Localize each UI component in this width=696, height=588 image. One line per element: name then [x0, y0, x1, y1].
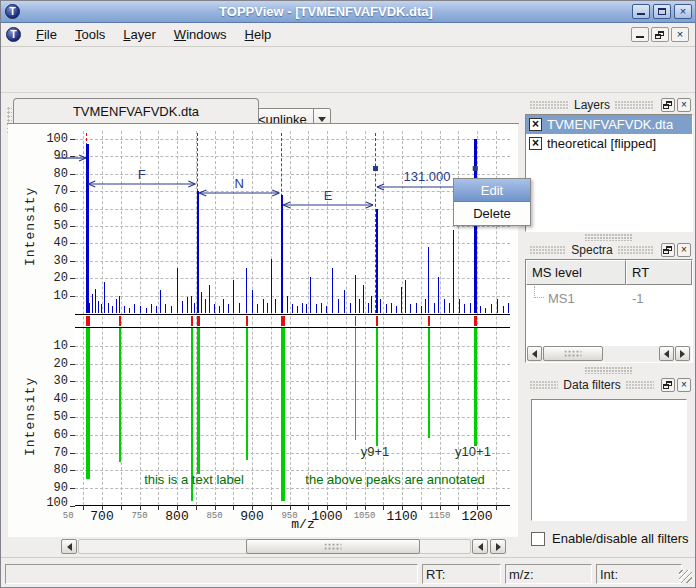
matched-peak-tick — [376, 316, 378, 326]
dock-float-button[interactable] — [661, 378, 675, 392]
axis-tick — [308, 505, 309, 510]
axis-tick-label: 50 — [63, 511, 74, 521]
dock-close-button[interactable]: × — [677, 378, 691, 392]
spectra-scrollbar[interactable] — [527, 346, 691, 362]
scroll-left-button[interactable] — [61, 539, 77, 554]
status-message-field — [5, 564, 418, 584]
menu-tools[interactable]: Tools — [66, 24, 114, 45]
peak-line — [92, 294, 93, 313]
layer-row[interactable]: ×theoretical [flipped] — [526, 134, 692, 153]
scrollbar-thumb[interactable] — [246, 539, 420, 554]
menu-file[interactable]: File — [27, 24, 66, 45]
spectra-row-rt[interactable]: -1 — [632, 291, 644, 306]
peak-line — [201, 292, 202, 313]
distance-annotation-label[interactable]: N — [235, 176, 244, 191]
axis-tick-label: 900 — [240, 509, 263, 524]
layer-row[interactable]: ×TVMENFVAFVDK.dta — [526, 115, 692, 134]
annotation-text[interactable]: y10+1 — [455, 444, 491, 459]
dock-float-button[interactable] — [661, 243, 675, 257]
axis-tick — [70, 174, 75, 175]
axis-tick-label: 750 — [131, 511, 147, 521]
layers-list[interactable]: ×TVMENFVAFVDK.dta×theoretical [flipped] — [525, 114, 693, 232]
axis-tick-label: 1150 — [429, 511, 451, 521]
grid-line — [75, 435, 510, 436]
peak-line — [239, 303, 240, 313]
axis-tick — [70, 506, 75, 507]
resize-grip[interactable] — [679, 570, 692, 583]
mdi-restore-button[interactable] — [651, 27, 669, 42]
annotation-text[interactable]: y9+1 — [361, 444, 390, 459]
window-minimize-button[interactable] — [632, 4, 650, 19]
dock-close-button[interactable]: × — [677, 243, 691, 257]
distance-annotation-label[interactable]: F — [138, 167, 146, 182]
layers-dock-titlebar[interactable]: Layers × — [525, 96, 693, 114]
peak-line — [281, 195, 283, 313]
mirror-separator-line — [75, 327, 510, 328]
spectrum-canvas[interactable]: 1009080706050403020101020304050607080901… — [8, 124, 518, 537]
spectra-table[interactable]: MS level RT MS1 -1 — [525, 259, 693, 363]
peak-line — [464, 304, 465, 313]
annotation-text[interactable]: the above peaks are annotated — [305, 472, 484, 487]
data-filters-dock-title: Data filters — [563, 378, 620, 392]
grid-line — [346, 131, 347, 505]
grid-line — [102, 131, 103, 505]
mdi-minimize-button[interactable] — [631, 27, 649, 42]
layer-checkbox[interactable]: × — [529, 118, 542, 131]
horizontal-scrollbar[interactable] — [61, 539, 507, 555]
distance-annotation-label[interactable]: E — [324, 188, 333, 203]
layer-label: theoretical [flipped] — [547, 136, 656, 151]
grid-line — [215, 131, 216, 505]
peak-line — [187, 297, 188, 313]
menu-help[interactable]: Help — [236, 24, 281, 45]
menu-windows[interactable]: Windows — [165, 24, 236, 45]
axis-tick — [70, 453, 75, 454]
spectrum-tab[interactable]: TVMENFVAFVDK.dta — [13, 98, 259, 124]
spectra-row-ms-level[interactable]: MS1 — [548, 291, 575, 306]
layer-label: TVMENFVAFVDK.dta — [547, 117, 673, 132]
column-header-ms-level[interactable]: MS level — [526, 260, 626, 285]
peak-line — [371, 296, 372, 313]
axis-tick — [70, 470, 75, 471]
scroll-left-button[interactable] — [527, 346, 542, 361]
axis-tick — [70, 364, 75, 365]
dock-texture — [618, 246, 654, 254]
dock-float-button[interactable] — [661, 98, 675, 112]
axis-tick — [215, 505, 216, 510]
peak-line — [363, 285, 364, 313]
peak-line — [171, 306, 172, 313]
scroll-right-button[interactable] — [490, 539, 506, 554]
peak-line — [474, 328, 477, 446]
peak-line — [140, 306, 141, 313]
menu-layer[interactable]: Layer — [114, 24, 165, 45]
spectra-dock-titlebar[interactable]: Spectra × — [525, 241, 693, 259]
peak-line — [95, 289, 96, 313]
mass-annotation-label[interactable]: 131.000 — [404, 169, 451, 184]
scroll-right-button[interactable] — [675, 346, 690, 361]
layer-checkbox[interactable]: × — [529, 137, 542, 150]
data-filters-list[interactable] — [531, 399, 687, 521]
annotation-text[interactable]: this is a text label — [144, 472, 244, 487]
matched-peak-tick — [428, 316, 430, 326]
peak-line — [428, 247, 429, 313]
peak-line — [177, 268, 178, 313]
window-close-button[interactable]: × — [674, 4, 692, 19]
data-filters-dock-titlebar[interactable]: Data filters × — [525, 376, 693, 394]
scrollbar-thumb[interactable] — [543, 346, 603, 361]
axis-tick — [496, 505, 497, 510]
window-maximize-button[interactable] — [653, 4, 671, 19]
dock-splitter[interactable] — [585, 367, 633, 374]
scroll-left-button[interactable] — [472, 539, 488, 554]
dock-splitter[interactable] — [585, 234, 633, 241]
mdi-close-button[interactable]: × — [671, 27, 689, 42]
peak-line — [156, 306, 157, 313]
column-header-rt[interactable]: RT — [626, 260, 692, 285]
dock-close-button[interactable]: × — [677, 98, 691, 112]
mdi-child-icon[interactable]: T — [6, 27, 21, 42]
x-axis-label: m/z — [291, 517, 314, 532]
enable-filters-checkbox[interactable] — [531, 532, 545, 546]
context-menu-item-edit[interactable]: Edit — [454, 179, 530, 202]
context-menu-item-delete[interactable]: Delete — [454, 202, 530, 225]
titlebar[interactable]: T TOPPView - [TVMENFVAFVDK.dta] × — [1, 1, 695, 23]
matched-peak-tick — [197, 316, 200, 326]
scroll-left-button[interactable] — [659, 346, 674, 361]
